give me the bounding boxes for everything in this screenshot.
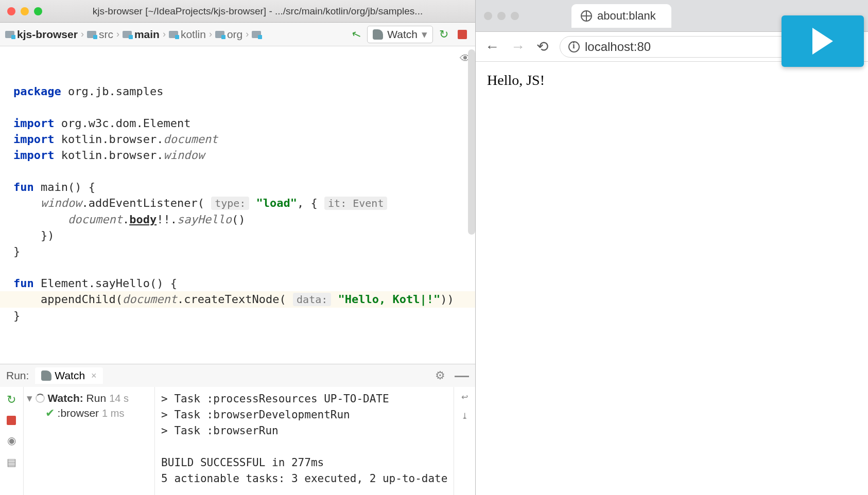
crumb-label: kjs-browser <box>17 28 78 41</box>
build-hammer-icon[interactable]: ↖ <box>346 24 366 44</box>
breadcrumb-more[interactable] <box>252 31 261 38</box>
page-content: Hello, JS! <box>476 62 868 495</box>
browser-tab[interactable]: about:blank <box>571 4 671 28</box>
run-tree[interactable]: ▾ Watch: Run 14 s ✔ :browser 1 ms <box>24 387 155 495</box>
folder-icon <box>252 31 261 38</box>
rerun-button[interactable]: ↻ <box>436 28 452 41</box>
tree-item-label: :browser <box>58 407 99 419</box>
window-title: kjs-browser [~/IdeaProjects/kjs-browser]… <box>47 6 468 17</box>
globe-icon <box>581 10 592 22</box>
spinner-icon <box>36 394 45 403</box>
chevron-right-icon: › <box>209 29 212 40</box>
gear-icon[interactable]: ⚙ <box>435 369 445 382</box>
page-text: Hello, JS! <box>487 72 545 88</box>
breadcrumb-item[interactable]: kjs-browser <box>5 28 78 41</box>
console-output[interactable]: > Task :processResources UP-TO-DATE > Ta… <box>155 387 454 495</box>
scrollbar[interactable] <box>468 49 475 235</box>
ide-window: kjs-browser [~/IdeaProjects/kjs-browser]… <box>0 0 476 495</box>
tab-title: about:blank <box>597 9 656 23</box>
console-toolbar: ↩ ⤓ <box>454 387 475 495</box>
folder-icon <box>123 31 132 38</box>
gradle-icon <box>41 370 51 381</box>
stop-button[interactable] <box>458 30 467 39</box>
play-video-button[interactable] <box>782 15 864 67</box>
run-tab[interactable]: Watch × <box>35 367 102 384</box>
window-controls <box>7 7 42 15</box>
crumb-label: main <box>134 28 160 41</box>
run-header: Run: Watch × ⚙ — <box>0 364 475 387</box>
url-text: localhost:80 <box>585 40 651 54</box>
run-toolbar: ↻ ◉ ▤ <box>0 387 24 495</box>
chevron-right-icon: › <box>246 29 249 40</box>
maximize-icon[interactable] <box>34 7 42 15</box>
chevron-right-icon: › <box>81 29 84 40</box>
run-label: Run: <box>6 369 29 382</box>
hide-panel-icon[interactable]: — <box>455 367 469 384</box>
close-icon[interactable] <box>7 7 15 15</box>
folder-icon <box>215 31 224 38</box>
maximize-icon[interactable] <box>511 12 519 20</box>
chevron-right-icon: › <box>163 29 166 40</box>
run-tool-window: Run: Watch × ⚙ — ↻ ◉ ▤ <box>0 364 475 495</box>
run-tab-label: Watch <box>55 369 85 382</box>
tree-root[interactable]: ▾ Watch: Run 14 s <box>27 391 152 405</box>
rerun-icon[interactable]: ↻ <box>7 393 16 406</box>
scroll-to-end-icon[interactable]: ⤓ <box>461 411 468 421</box>
stop-icon[interactable] <box>7 416 16 425</box>
show-icon[interactable]: ◉ <box>7 434 16 447</box>
checkmark-icon: ✔ <box>45 406 55 420</box>
gradle-icon <box>373 29 383 40</box>
toolbar: kjs-browser › src › main › kotlin › org … <box>0 23 475 46</box>
site-info-icon[interactable] <box>568 41 580 52</box>
title-bar: kjs-browser [~/IdeaProjects/kjs-browser]… <box>0 0 475 23</box>
play-icon <box>812 28 833 55</box>
breadcrumb-item[interactable]: main <box>123 28 160 41</box>
layout-icon[interactable]: ▤ <box>7 456 16 468</box>
run-config-dropdown[interactable]: Watch ▾ <box>367 26 433 43</box>
collapse-icon[interactable]: ▾ <box>27 392 32 404</box>
back-button[interactable]: ← <box>485 39 499 55</box>
browser-window: about:blank ← → ⟲ localhost:80 Hello, JS… <box>476 0 868 495</box>
minimize-icon[interactable] <box>21 7 29 15</box>
crumb-label: src <box>99 28 113 41</box>
close-icon[interactable] <box>484 12 492 20</box>
run-config-label: Watch <box>387 28 418 41</box>
folder-icon <box>5 31 14 38</box>
breadcrumb-item[interactable]: org <box>215 28 242 41</box>
chevron-down-icon: ▾ <box>422 28 427 41</box>
breadcrumb-item[interactable]: src <box>87 28 113 41</box>
minimize-icon[interactable] <box>497 12 506 20</box>
forward-button[interactable]: → <box>511 39 525 55</box>
tree-item[interactable]: ✔ :browser 1 ms <box>27 405 152 421</box>
tree-time: 1 ms <box>102 408 124 419</box>
crumb-label: org <box>227 28 242 41</box>
folder-icon <box>169 31 178 38</box>
soft-wrap-icon[interactable]: ↩ <box>461 392 468 402</box>
code-editor[interactable]: 👁 package org.jb.samples import org.w3c.… <box>0 46 475 364</box>
close-tab-icon[interactable]: × <box>91 370 97 381</box>
reload-button[interactable]: ⟲ <box>536 38 548 55</box>
folder-icon <box>87 31 96 38</box>
breadcrumb-item[interactable]: kotlin <box>169 28 206 41</box>
crumb-label: kotlin <box>181 28 206 41</box>
chevron-right-icon: › <box>116 29 119 40</box>
tree-time: 14 s <box>109 393 129 404</box>
browser-window-controls <box>484 12 519 20</box>
